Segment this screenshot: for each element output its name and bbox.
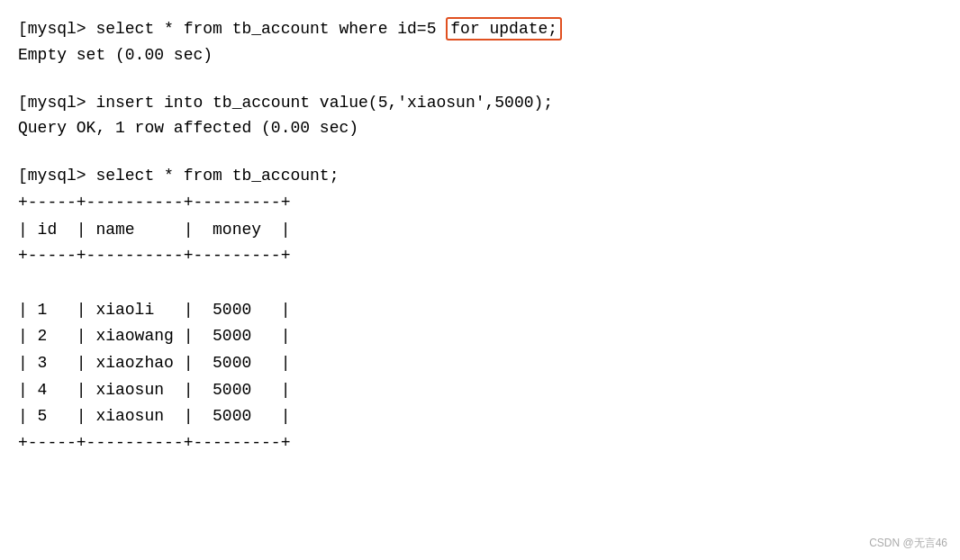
table-row-1: | 2 | xiaowang | 5000 | [18, 323, 942, 350]
for-update-highlight: for update; [446, 17, 562, 41]
table-divider-bottom: +-----+----------+---------+ [18, 430, 942, 457]
table-divider-top: +-----+----------+---------+ [18, 190, 942, 217]
query-line-3: [mysql> select * from tb_account; [18, 163, 942, 190]
result-line-1: Empty set (0.00 sec) [18, 42, 942, 68]
watermark: CSDN @无言46 [869, 536, 947, 551]
block-select-for-update: [mysql> select * from tb_account where i… [18, 16, 942, 68]
query-prefix-1: [mysql> select * from tb_account where i… [18, 20, 446, 38]
query-line-1: [mysql> select * from tb_account where i… [18, 16, 942, 42]
table-row-empty [18, 270, 942, 297]
table-row-0: | 1 | xiaoli | 5000 | [18, 297, 942, 324]
block-select-all: [mysql> select * from tb_account; +-----… [18, 163, 942, 457]
table-row-2: | 3 | xiaozhao | 5000 | [18, 350, 942, 377]
table-header: | id | name | money | [18, 217, 942, 244]
query-line-2: [mysql> insert into tb_account value(5,'… [18, 90, 942, 116]
table-divider-header: +-----+----------+---------+ [18, 243, 942, 270]
table-row-3: | 4 | xiaosun | 5000 | [18, 377, 942, 404]
block-insert: [mysql> insert into tb_account value(5,'… [18, 90, 942, 142]
table-row-4: | 5 | xiaosun | 5000 | [18, 403, 942, 430]
result-line-2: Query OK, 1 row affected (0.00 sec) [18, 115, 942, 141]
